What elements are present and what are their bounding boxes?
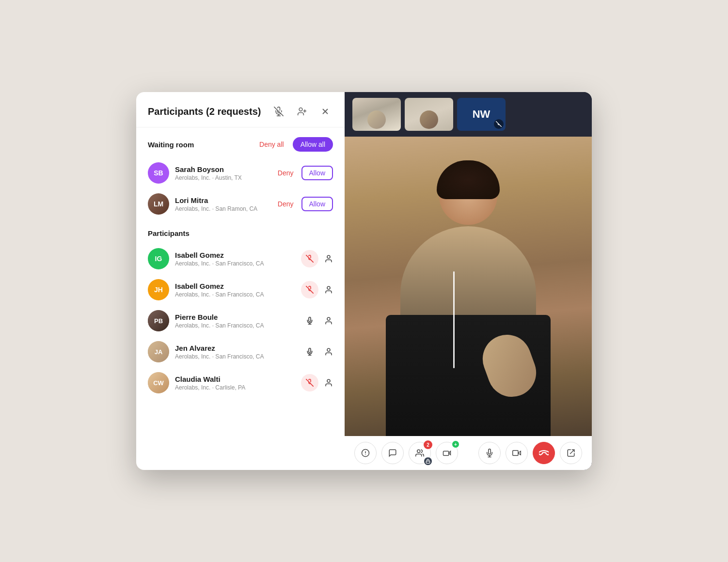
- main-video: [345, 137, 592, 436]
- header-icons: [271, 104, 333, 119]
- panel-title: Participants (2 requests): [148, 106, 261, 117]
- participants-panel: Participants (2 requests): [136, 92, 345, 470]
- allow-lori-button[interactable]: Allow: [301, 197, 333, 211]
- person-isabell2-button[interactable]: [324, 285, 333, 294]
- participant-isabell2: JH Isabell Gomez Aerolabs, Inc. · San Fr…: [148, 274, 333, 305]
- name-isabell1: Isabell Gomez: [175, 251, 295, 259]
- participant-isabell1: IG Isabell Gomez Aerolabs, Inc. · San Fr…: [148, 243, 333, 274]
- avatar-lori: LM: [148, 193, 169, 215]
- chat-button[interactable]: [381, 442, 404, 464]
- mic-isabell2-button[interactable]: [301, 281, 318, 298]
- add-video-button[interactable]: +: [436, 442, 458, 464]
- waiting-user-sarah: SB Sarah Boyson Aerolabs, Inc. · Austin,…: [148, 157, 333, 188]
- nw-mute-badge: [494, 119, 504, 129]
- actions-lori: Deny Allow: [274, 197, 333, 211]
- svg-point-24: [417, 450, 420, 453]
- deny-lori-button[interactable]: Deny: [274, 198, 298, 210]
- allow-sarah-button[interactable]: Allow: [301, 166, 333, 180]
- mic-claudia-button[interactable]: [301, 374, 318, 391]
- actions-sarah: Deny Allow: [274, 166, 333, 180]
- name-claudia: Claudia Walti: [175, 375, 295, 383]
- details-jen: Aerolabs, Inc. · San Francisco, CA: [175, 353, 295, 360]
- participants-section-title: Participants: [148, 219, 333, 243]
- details-claudia: Aerolabs, Inc. · Carlisle, PA: [175, 384, 295, 391]
- name-pierre: Pierre Boule: [175, 313, 295, 321]
- info-lori: Lori Mitra Aerolabs, Inc. · San Ramon, C…: [175, 196, 268, 212]
- name-sarah: Sarah Boyson: [175, 165, 268, 173]
- svg-rect-26: [443, 451, 449, 455]
- video-thumbnails: NW: [345, 92, 592, 137]
- svg-line-20: [496, 122, 502, 127]
- svg-marker-29: [518, 451, 521, 455]
- allow-all-button[interactable]: Allow all: [293, 137, 333, 152]
- info-jen: Jen Alvarez Aerolabs, Inc. · San Francis…: [175, 344, 295, 360]
- info-button[interactable]: [354, 442, 377, 464]
- svg-point-11: [327, 286, 330, 289]
- mic-isabell1-button[interactable]: [301, 250, 318, 267]
- details-isabell1: Aerolabs, Inc. · San Francisco, CA: [175, 260, 295, 267]
- svg-line-31: [570, 450, 574, 453]
- svg-point-14: [327, 317, 330, 320]
- mute-all-icon[interactable]: [271, 104, 286, 119]
- controls-pierre: [301, 312, 333, 329]
- toolbar-right: [478, 442, 582, 464]
- participant-jen: JA Jen Alvarez Aerolabs, Inc. · San Fran…: [148, 336, 333, 367]
- video-panel: NW: [345, 92, 592, 470]
- avatar-isabell1: IG: [148, 248, 169, 269]
- svg-point-19: [327, 379, 330, 382]
- info-claudia: Claudia Walti Aerolabs, Inc. · Carlisle,…: [175, 375, 295, 391]
- controls-jen: [301, 343, 333, 360]
- mic-pierre-button[interactable]: [301, 312, 318, 329]
- nw-initials: NW: [473, 108, 491, 121]
- share-button[interactable]: [560, 442, 582, 464]
- microphone-button[interactable]: [478, 442, 501, 464]
- deny-sarah-button[interactable]: Deny: [274, 167, 298, 179]
- details-pierre: Aerolabs, Inc. · San Francisco, CA: [175, 322, 295, 329]
- details-lori: Aerolabs, Inc. · San Ramon, CA: [175, 205, 268, 212]
- controls-isabell2: [301, 281, 333, 298]
- info-isabell2: Isabell Gomez Aerolabs, Inc. · San Franc…: [175, 282, 295, 298]
- name-lori: Lori Mitra: [175, 196, 268, 204]
- avatar-claudia: CW: [148, 372, 169, 393]
- waiting-room-header: Waiting room Deny all Allow all: [148, 127, 333, 157]
- toolbar: 2 +: [345, 436, 592, 470]
- avatar-jen: JA: [148, 341, 169, 362]
- avatar-sarah: SB: [148, 162, 169, 184]
- svg-point-9: [327, 255, 330, 258]
- toolbar-left: 2 +: [354, 442, 458, 464]
- svg-line-10: [306, 286, 314, 294]
- panel-header: Participants (2 requests): [136, 92, 345, 127]
- svg-line-18: [306, 379, 314, 387]
- avatar-isabell2: JH: [148, 279, 169, 300]
- svg-point-3: [299, 108, 302, 111]
- thumbnail-1[interactable]: [352, 98, 401, 131]
- person-isabell1-button[interactable]: [324, 254, 333, 263]
- svg-line-8: [306, 255, 314, 263]
- details-sarah: Aerolabs, Inc. · Austin, TX: [175, 174, 268, 181]
- person-claudia-button[interactable]: [324, 378, 333, 387]
- camera-button[interactable]: [506, 442, 528, 464]
- details-isabell2: Aerolabs, Inc. · San Francisco, CA: [175, 291, 295, 298]
- controls-claudia: [301, 374, 333, 391]
- panel-content: Waiting room Deny all Allow all SB Sarah…: [136, 127, 345, 470]
- deny-all-button[interactable]: Deny all: [254, 138, 289, 151]
- svg-rect-30: [513, 451, 518, 456]
- app-container: Participants (2 requests): [136, 92, 592, 470]
- person-pierre-button[interactable]: [324, 316, 333, 325]
- waiting-user-lori: LM Lori Mitra Aerolabs, Inc. · San Ramon…: [148, 188, 333, 219]
- waiting-room-actions: Deny all Allow all: [254, 137, 333, 152]
- add-participant-icon[interactable]: [294, 104, 310, 119]
- participant-pierre: PB Pierre Boule Aerolabs, Inc. · San Fra…: [148, 305, 333, 336]
- info-pierre: Pierre Boule Aerolabs, Inc. · San Franci…: [175, 313, 295, 329]
- close-panel-icon[interactable]: [317, 104, 333, 119]
- name-isabell2: Isabell Gomez: [175, 282, 295, 290]
- participants-button[interactable]: 2: [409, 442, 431, 464]
- thumbnail-2[interactable]: [405, 98, 453, 131]
- name-jen: Jen Alvarez: [175, 344, 295, 352]
- end-call-button[interactable]: [533, 442, 555, 464]
- mic-jen-button[interactable]: [301, 343, 318, 360]
- info-sarah: Sarah Boyson Aerolabs, Inc. · Austin, TX: [175, 165, 268, 181]
- avatar-pierre: PB: [148, 310, 169, 331]
- person-jen-button[interactable]: [324, 347, 333, 356]
- thumbnail-nw[interactable]: NW: [457, 98, 506, 131]
